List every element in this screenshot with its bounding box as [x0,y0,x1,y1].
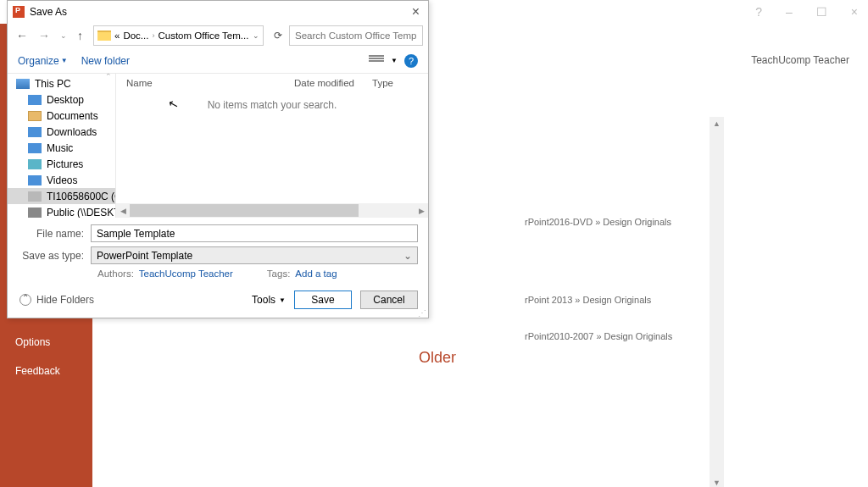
drive-icon [28,191,42,202]
tree-collapse-icon[interactable]: ⌃ [105,74,112,80]
account-user[interactable]: TeachUcomp Teacher [751,54,849,66]
tree-downloads[interactable]: Downloads [8,124,115,140]
sidebar-item-feedback[interactable]: Feedback [0,357,92,385]
pc-icon [16,79,30,89]
col-date[interactable]: Date modified [294,78,372,88]
tree-pictures[interactable]: Pictures [8,156,115,172]
col-type[interactable]: Type [372,78,423,88]
scroll-up-icon[interactable]: ▲ [709,117,724,130]
address-dropdown-icon[interactable]: ⌄ [253,31,259,40]
chevron-down-icon: ▼ [279,296,286,304]
tags-value[interactable]: Add a tag [295,268,337,279]
hide-folders-button[interactable]: Hide Folders [19,294,94,306]
authors-label: Authors: [97,268,134,279]
dialog-close-button[interactable]: × [409,4,423,19]
documents-icon [28,111,42,121]
breadcrumb-prefix[interactable]: « [114,30,120,41]
address-bar[interactable]: « Doc... › Custom Office Tem... ⌄ [93,25,264,46]
save-button[interactable]: Save [294,291,352,309]
videos-icon [28,175,42,185]
horizontal-scrollbar[interactable]: ◀ ▶ [116,203,428,218]
authors-value[interactable]: TeachUcomp Teacher [139,268,233,279]
savetype-select[interactable]: PowerPoint Template [91,246,418,264]
search-input[interactable] [289,25,423,46]
help-button[interactable]: ? [755,5,762,19]
minimize-button[interactable]: – [786,5,793,19]
column-headers[interactable]: Name Date modified Type [116,74,428,92]
cancel-button[interactable]: Cancel [360,291,418,309]
tree-music[interactable]: Music [8,140,115,156]
file-list-area[interactable]: Name Date modified Type No items match y… [116,74,428,218]
sidebar-item-options[interactable]: Options [0,328,92,357]
scroll-right-icon[interactable]: ▶ [415,207,428,215]
col-name[interactable]: Name [126,78,294,88]
folder-icon [97,30,111,41]
help-icon[interactable]: ? [404,54,418,68]
tree-videos[interactable]: Videos [8,172,115,188]
nav-up-button[interactable]: ↑ [74,27,86,44]
folder-tree[interactable]: ⌃ This PC Desktop Documents Downloads Mu… [8,74,116,218]
dialog-title: Save As [30,6,67,18]
tree-local-drive[interactable]: TI10658600C (C:) [8,188,115,204]
empty-message: No items match your search. [116,99,428,111]
view-dropdown-icon[interactable]: ▼ [391,57,398,64]
resize-grip[interactable]: ⋰ [418,311,426,316]
close-button[interactable]: × [851,5,858,19]
maximize-button[interactable]: ☐ [816,5,827,19]
older-heading: Older [419,349,456,367]
tree-documents[interactable]: Documents [8,108,115,124]
downloads-icon [28,127,42,137]
recent-path-3[interactable]: rPoint2010-2007 » Design Originals [525,331,672,341]
tree-desktop[interactable]: Desktop [8,91,115,108]
recent-path-1[interactable]: rPoint2016-DVD » Design Originals [525,217,671,227]
breadcrumb-seg-2[interactable]: Custom Office Tem... [158,30,248,41]
new-folder-button[interactable]: New folder [81,55,130,67]
view-options-button[interactable] [369,55,384,67]
pictures-icon [28,159,42,169]
tree-this-pc[interactable]: This PC [8,75,115,91]
save-as-dialog: Save As × ← → ⌄ ↑ « Doc... › Custom Offi… [7,0,429,318]
tags-label: Tags: [267,268,291,279]
chevron-up-icon [19,294,31,306]
filename-input[interactable] [91,224,418,242]
nav-recent-dropdown[interactable]: ⌄ [57,30,70,42]
nav-forward-button: → [35,27,53,44]
breadcrumb-seg-1[interactable]: Doc... [123,30,148,41]
recent-path-2[interactable]: rPoint 2013 » Design Originals [525,295,651,305]
tools-menu[interactable]: Tools▼ [252,294,286,306]
chevron-right-icon[interactable]: › [152,31,154,40]
filename-label: File name: [18,228,91,240]
organize-menu[interactable]: Organize▼ [18,55,68,67]
powerpoint-icon [13,6,25,18]
music-icon [28,143,42,153]
savetype-label: Save as type: [18,250,91,262]
scroll-thumb[interactable] [130,204,359,217]
network-icon [28,208,42,218]
scroll-down-icon[interactable]: ▼ [709,476,724,487]
refresh-button[interactable]: ⟳ [270,30,286,42]
content-scrollbar[interactable]: ▲ ▼ [709,117,724,487]
desktop-icon [28,95,42,105]
nav-back-button[interactable]: ← [13,27,31,44]
tree-network-public[interactable]: Public (\\DESKTO⌄ [8,204,115,218]
scroll-left-icon[interactable]: ◀ [116,207,130,215]
